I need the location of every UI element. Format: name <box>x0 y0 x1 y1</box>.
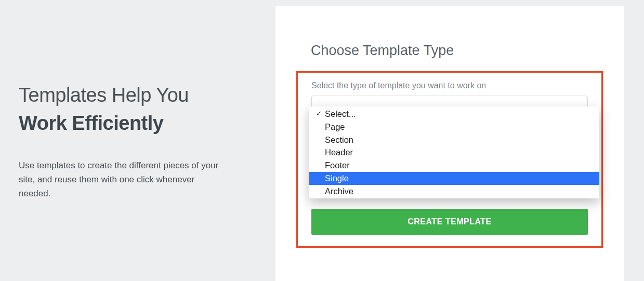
option-label: Archive <box>323 185 353 197</box>
check-icon: ✓ <box>314 109 323 118</box>
dropdown-option-section[interactable]: Section <box>309 133 599 146</box>
dropdown-option-page[interactable]: Page <box>309 121 599 133</box>
dropdown-option-select[interactable]: ✓Select... <box>309 108 599 121</box>
create-template-button[interactable]: CREATE TEMPLATE <box>311 209 588 235</box>
select-type-label: Select the type of template you want to … <box>311 81 588 90</box>
intro-description: Use templates to create the different pi… <box>19 158 227 201</box>
template-type-dropdown[interactable]: ✓Select...PageSectionHeaderFooterSingleA… <box>309 106 599 198</box>
dropdown-option-footer[interactable]: Footer <box>309 159 599 172</box>
option-label: Header <box>323 146 353 158</box>
card-title: Choose Template Type <box>311 43 603 59</box>
dropdown-option-header[interactable]: Header <box>309 146 599 159</box>
option-label: Page <box>323 121 345 133</box>
option-label: Section <box>323 134 353 146</box>
left-panel: Templates Help You Work Efficiently Use … <box>0 0 275 281</box>
heading-line-1: Templates Help You <box>19 83 244 108</box>
dropdown-option-single[interactable]: Single <box>309 172 599 185</box>
option-label: Single <box>323 172 349 184</box>
option-label: Select... <box>323 108 356 120</box>
dropdown-option-archive[interactable]: Archive <box>309 185 599 198</box>
heading-line-2: Work Efficiently <box>19 111 244 136</box>
option-label: Footer <box>323 159 350 171</box>
